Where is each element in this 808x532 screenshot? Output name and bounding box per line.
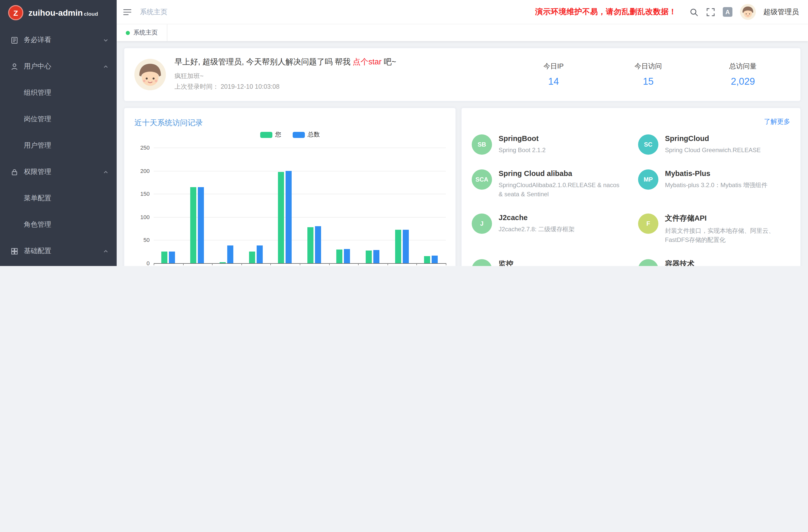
topbar-actions: 演示环境维护不易，请勿乱删乱改数据！ A 超级管理员: [535, 4, 799, 20]
bar-series-1[interactable]: [256, 246, 262, 263]
axis-tick-label: 100: [129, 214, 150, 220]
axis-tick-label: 200: [129, 168, 150, 174]
bar-series-0[interactable]: [190, 187, 197, 263]
bar-series-1[interactable]: [227, 246, 233, 263]
axis-tick-label: 150: [129, 191, 150, 197]
hamburger-icon[interactable]: [123, 7, 132, 17]
tech-stack-card: 了解更多 SBSpringBootSpring Boot 2.1.2SCSpri…: [461, 108, 801, 266]
tech-avatar: MP: [638, 169, 658, 189]
tech-desc: J2cache2.7.8: 二级缓存框架: [499, 225, 575, 234]
sidebar-subitem[interactable]: 数据字典维护: [0, 264, 117, 266]
greeting-text: 早上好, 超级管理员, 今天帮别人解决问题了吗 帮我 点个star 吧~ 疯狂加…: [175, 57, 396, 92]
sidebar-item[interactable]: 用户中心: [0, 53, 117, 80]
user-avatar[interactable]: [740, 4, 756, 20]
legend-swatch-icon: [260, 132, 272, 138]
tech-avatar: M: [472, 259, 492, 266]
bar-series-1[interactable]: [344, 249, 350, 263]
axis-tick: [183, 263, 183, 265]
tech-item[interactable]: SCASpring Cloud alibabaSpringCloudAlibab…: [465, 166, 631, 202]
tech-title: Mybatis-Plus: [665, 169, 767, 177]
sidebar-subitem[interactable]: 角色管理: [0, 212, 117, 238]
tech-item[interactable]: SBSpringBootSpring Boot 2.1.2: [465, 131, 631, 158]
tech-item[interactable]: JJ2cacheJ2cache2.7.8: 二级缓存框架: [465, 210, 631, 248]
tech-title: Spring Cloud alibaba: [499, 169, 624, 177]
tab-home[interactable]: 系统主页: [124, 24, 167, 41]
bar-series-1[interactable]: [315, 226, 321, 263]
bar-series-1[interactable]: [403, 230, 408, 263]
search-icon[interactable]: [689, 7, 698, 17]
bar-series-1[interactable]: [198, 187, 204, 263]
axis-tick: [358, 263, 359, 265]
bar-series-0[interactable]: [395, 230, 401, 263]
app-title: zuihou-admincloud: [29, 8, 98, 18]
stat-label: 今日IP: [506, 62, 601, 71]
tech-item[interactable]: MPMybatis-PlusMybatis-plus 3.2.0：Mybatis…: [631, 166, 797, 202]
bar-series-0[interactable]: [336, 249, 343, 263]
chevron-up-icon: [103, 169, 109, 175]
legend-item[interactable]: 总数: [292, 130, 320, 139]
stat-value: 14: [506, 76, 601, 87]
tech-desc: SpringCloudAlibaba2.1.0.RELEASE & nacos …: [499, 180, 624, 199]
sidebar-subitem[interactable]: 用户管理: [0, 132, 117, 159]
app-logo[interactable]: Z zuihou-admincloud: [0, 0, 117, 25]
lock-icon: [11, 168, 18, 176]
last-login: 上次登录时间： 2019-12-10 10:03:08: [175, 82, 396, 92]
stat-label: 总访问量: [696, 62, 790, 71]
bar-series-0[interactable]: [424, 256, 430, 263]
sidebar-item-label: 务必详看: [24, 36, 103, 44]
bar-series-1[interactable]: [169, 252, 175, 263]
tech-desc: Spring Boot 2.1.2: [499, 146, 546, 155]
tech-text: Spring Cloud alibabaSpringCloudAlibaba2.…: [499, 169, 624, 199]
legend-item[interactable]: 您: [260, 130, 281, 139]
chevron-up-icon: [103, 63, 109, 69]
star-link[interactable]: 点个star: [353, 58, 382, 66]
breadcrumb: 系统主页: [140, 7, 167, 17]
username[interactable]: 超级管理员: [764, 7, 799, 17]
bar-series-1[interactable]: [373, 250, 380, 263]
logo-icon: Z: [8, 5, 23, 20]
font-size-icon[interactable]: A: [723, 7, 732, 17]
tech-avatar: SCA: [472, 169, 492, 189]
fullscreen-icon[interactable]: [706, 7, 715, 17]
sidebar-subitem[interactable]: 岗位管理: [0, 106, 117, 132]
stat-value: 2,029: [696, 76, 790, 87]
gridline: [154, 240, 446, 241]
bar-series-0[interactable]: [161, 252, 167, 263]
tech-item[interactable]: C容器技术虚拟化容器技术，让迁移、部署更加方便快捷: [631, 256, 797, 266]
bar-series-0[interactable]: [307, 227, 313, 263]
sidebar-subitem[interactable]: 组织管理: [0, 80, 117, 106]
axis-tick-label: 250: [129, 145, 150, 151]
bar-series-0[interactable]: [249, 252, 255, 263]
bar-series-0[interactable]: [366, 251, 372, 263]
bar-series-1[interactable]: [286, 171, 292, 263]
tech-text: J2cacheJ2cache2.7.8: 二级缓存框架: [499, 214, 575, 245]
stat-label: 今日访问: [601, 62, 695, 71]
app-root: Z zuihou-admincloud 务必详看用户中心组织管理岗位管理用户管理…: [0, 0, 808, 266]
tech-desc: Mybatis-plus 3.2.0：Mybatis 增强组件: [665, 180, 767, 190]
tech-text: SpringCloudSpring Cloud Greenwich.RELEAS…: [665, 134, 761, 155]
tech-item[interactable]: M监控集成SpringBootAdmin、Zipkin、Redis、Mysql、…: [465, 256, 631, 266]
axis-tick: [241, 263, 242, 265]
sidebar-item[interactable]: 基础配置: [0, 238, 117, 264]
bar-series-0[interactable]: [278, 172, 284, 263]
learn-more-link[interactable]: 了解更多: [764, 117, 790, 126]
legend-swatch-icon: [292, 132, 305, 138]
tech-item[interactable]: SCSpringCloudSpring Cloud Greenwich.RELE…: [631, 131, 797, 158]
greeting-subtitle: 疯狂加班~: [175, 71, 396, 82]
stat-value: 15: [601, 76, 695, 87]
visit-record-card: 近十天系统访问记录 您总数 0501001502002502019-12-012…: [124, 108, 456, 266]
sidebar-item-label: 权限管理: [24, 167, 103, 177]
bar-chart-legend: 您总数: [124, 130, 456, 139]
sidebar-item[interactable]: 务必详看: [0, 27, 117, 53]
greeting-stats: 今日IP14今日访问15总访问量2,029: [506, 62, 790, 87]
tech-title: 容器技术: [665, 259, 787, 266]
doc-icon: [11, 36, 18, 44]
bar-series-1[interactable]: [431, 256, 438, 263]
sidebar-subitem[interactable]: 菜单配置: [0, 185, 117, 212]
tech-desc: 封装文件接口，实现本地存储、阿里云、FastDFS存储的配置化: [665, 226, 790, 245]
tech-grid: SBSpringBootSpring Boot 2.1.2SCSpringClo…: [465, 131, 797, 266]
sidebar-item[interactable]: 权限管理: [0, 159, 117, 185]
tech-item[interactable]: F文件存储API封装文件接口，实现本地存储、阿里云、FastDFS存储的配置化: [631, 210, 797, 248]
bar-series-0[interactable]: [220, 262, 226, 263]
grid-icon: [11, 247, 18, 255]
